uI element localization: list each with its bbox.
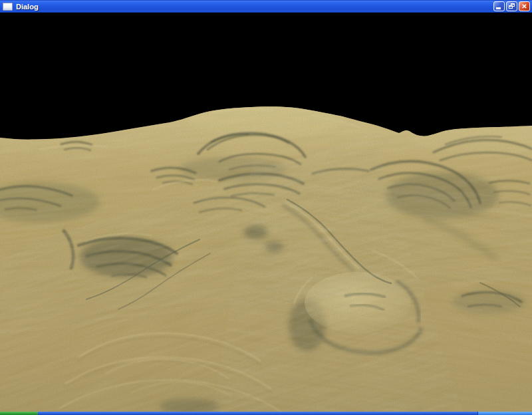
minimize-button[interactable] (493, 1, 505, 11)
minimize-icon (496, 7, 501, 9)
render-viewport[interactable] (0, 13, 532, 415)
close-button[interactable]: ✕ (519, 1, 530, 11)
restore-button[interactable] (506, 1, 517, 11)
system-tray-edge (477, 412, 532, 415)
window-controls: ✕ (493, 1, 530, 11)
dialog-window: Dialog ✕ (0, 0, 532, 415)
close-icon: ✕ (519, 2, 529, 11)
taskbar-edge (38, 412, 477, 415)
title-bar[interactable]: Dialog ✕ (0, 0, 532, 13)
terrain-render (0, 13, 532, 415)
window-title: Dialog (16, 3, 493, 11)
restore-icon-front (509, 5, 513, 9)
sand-grain (0, 99, 532, 415)
application-icon[interactable] (3, 3, 13, 11)
taskbar[interactable] (0, 412, 532, 415)
start-button-edge[interactable] (0, 412, 38, 415)
